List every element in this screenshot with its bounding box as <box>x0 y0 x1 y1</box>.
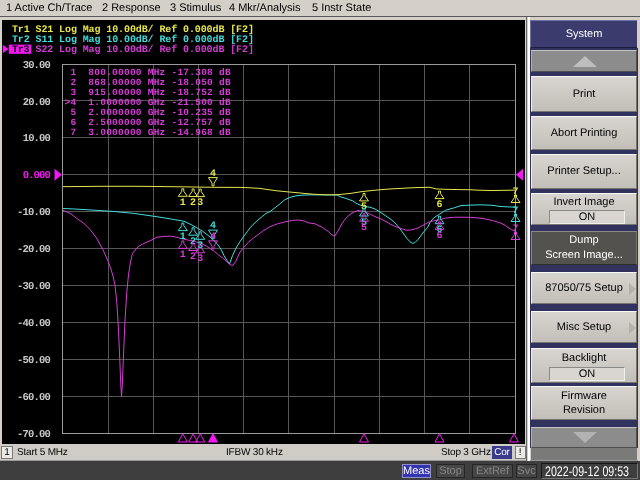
svg-text:3: 3 <box>197 254 203 265</box>
svg-text:5: 5 <box>361 223 367 234</box>
svg-text:10.00: 10.00 <box>23 133 51 145</box>
svg-text:2: 2 <box>190 237 196 248</box>
svg-text:2: 2 <box>190 252 196 263</box>
svg-text:2: 2 <box>190 198 196 209</box>
svg-text:1: 1 <box>180 232 186 243</box>
svg-text:7 3.0000000 GHz -14.968 dB: 7 3.0000000 GHz -14.968 dB <box>65 127 231 138</box>
svg-text:-50.00: -50.00 <box>17 355 51 367</box>
svg-text:4: 4 <box>210 221 216 232</box>
svg-text:20.00: 20.00 <box>23 97 51 109</box>
svg-text:S22 Log Mag 10.00dB/ Ref 0.000: S22 Log Mag 10.00dB/ Ref 0.000dB [F2] <box>30 44 254 56</box>
svg-text:-70.00: -70.00 <box>17 429 51 441</box>
svg-text:3: 3 <box>197 198 203 209</box>
svg-text:-20.00: -20.00 <box>17 244 51 256</box>
svg-text:6: 6 <box>436 231 442 242</box>
svg-text:-60.00: -60.00 <box>17 392 51 404</box>
svg-text:0.000: 0.000 <box>23 170 51 182</box>
svg-text:6: 6 <box>436 200 442 211</box>
svg-text:30.00: 30.00 <box>23 60 51 72</box>
svg-text:1: 1 <box>180 250 186 261</box>
svg-text:7: 7 <box>512 224 518 235</box>
svg-text:7: 7 <box>512 206 518 217</box>
svg-text:4: 4 <box>210 232 216 243</box>
svg-text:4: 4 <box>210 169 216 180</box>
svg-text:-10.00: -10.00 <box>17 207 51 219</box>
svg-text:1: 1 <box>180 198 186 209</box>
svg-text:Tr1 S21 Log Mag 10.00dB/ Ref 0: Tr1 S21 Log Mag 10.00dB/ Ref 0.000dB [F2… <box>12 24 254 36</box>
svg-text:Tr3: Tr3 <box>12 45 30 56</box>
svg-text:-40.00: -40.00 <box>17 318 51 330</box>
svg-text:-30.00: -30.00 <box>17 281 51 293</box>
svg-text:7: 7 <box>512 187 518 198</box>
